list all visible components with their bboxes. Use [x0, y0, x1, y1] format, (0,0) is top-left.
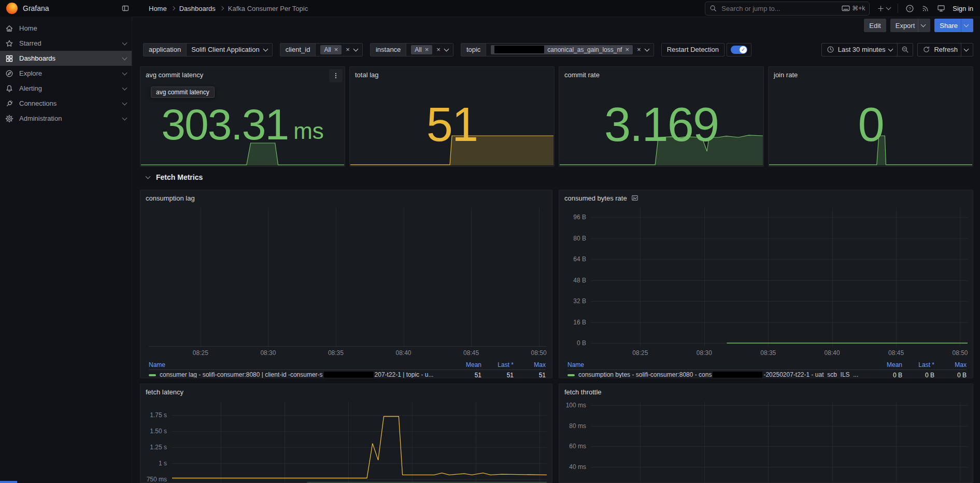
stat-value: 3.169	[604, 97, 718, 152]
legend-label: consumer lag - solifi-consumer:8080 | cl…	[160, 371, 449, 378]
chevron-down-icon	[122, 100, 127, 105]
grafana-logo-icon[interactable]	[6, 3, 18, 14]
value-chip[interactable]: canonical_as_gain_loss_nf ×	[491, 45, 633, 54]
legend-header[interactable]: Last *	[902, 361, 934, 368]
redacted-text	[713, 372, 762, 378]
sign-in-button[interactable]: Sign in	[953, 5, 973, 12]
zoom-out-time-button[interactable]	[898, 43, 913, 56]
breadcrumb-separator-icon	[171, 6, 175, 10]
search-icon	[709, 5, 717, 12]
legend-header[interactable]: Mean	[870, 361, 902, 368]
y-axis-label: 100 ms	[559, 402, 586, 409]
sidebar-item-alerting[interactable]: Alerting	[0, 81, 132, 96]
clear-icon[interactable]: ×	[436, 46, 441, 53]
help-icon[interactable]: ?	[905, 4, 914, 13]
panel-links-icon[interactable]	[631, 194, 638, 202]
filter-label: topic	[461, 44, 486, 56]
legend-header[interactable]: Mean	[449, 361, 481, 368]
time-controls: Last 30 minutes Refresh	[821, 43, 973, 56]
remove-icon[interactable]: ×	[425, 46, 429, 53]
sidebar-item-label: Alerting	[19, 84, 117, 92]
sidebar-item-starred[interactable]: Starred	[0, 36, 132, 51]
panel-commit-rate: commit rate 3.169	[559, 66, 764, 167]
share-button[interactable]: Share	[934, 19, 973, 32]
y-axis-label: 32 B	[559, 297, 586, 305]
sidebar-nav: HomeStarredDashboardsExploreAlertingConn…	[0, 17, 132, 483]
add-new-button[interactable]	[877, 5, 890, 12]
client-id-select[interactable]: All× ×	[316, 44, 362, 56]
search-input[interactable]	[720, 4, 838, 13]
legend-header[interactable]: Last *	[481, 361, 514, 368]
refresh-icon	[922, 46, 930, 53]
filter-client-id: client_id All× ×	[280, 43, 363, 56]
legend-header[interactable]: Name	[567, 361, 870, 368]
nav-divider	[898, 4, 898, 13]
legend-header[interactable]: Name	[149, 361, 449, 368]
panel-title[interactable]: join rate	[774, 71, 798, 79]
panel-title[interactable]: fetch throttle	[564, 388, 602, 396]
panel-title[interactable]: total lag	[355, 71, 379, 79]
value-chip[interactable]: All×	[320, 45, 342, 54]
panel-join-rate: join rate 0	[768, 66, 973, 167]
application-select[interactable]: Solifi Client Application	[187, 44, 272, 56]
x-axis-label: 08:35	[752, 349, 784, 357]
breadcrumb-home[interactable]: Home	[149, 5, 167, 12]
y-axis-label: 96 B	[559, 214, 586, 221]
sidebar-item-home[interactable]: Home	[0, 21, 132, 36]
panel-title[interactable]: avg commit latency	[146, 71, 203, 79]
legend-row[interactable]: consumer lag - solifi-consumer:8080 | cl…	[149, 370, 546, 378]
sidebar-item-label: Explore	[19, 69, 117, 77]
clear-icon[interactable]: ×	[637, 46, 641, 53]
y-axis-label: 60 ms	[559, 443, 586, 450]
news-rss-icon[interactable]	[921, 4, 930, 12]
x-axis-label: 08:40	[388, 349, 419, 357]
export-button[interactable]: Export	[890, 19, 931, 32]
clear-icon[interactable]: ×	[346, 46, 350, 53]
sidebar-item-dashboards[interactable]: Dashboards	[0, 51, 132, 66]
scroll-indicator[interactable]	[0, 481, 17, 483]
legend-row[interactable]: consumption bytes - solifi-consumer:8080…	[567, 370, 967, 378]
chevron-down-icon[interactable]	[921, 22, 926, 27]
y-axis-label: 1.50 s	[140, 428, 167, 435]
chevron-down-icon[interactable]	[964, 46, 969, 51]
keyboard-icon	[842, 5, 850, 11]
panel-fetch-latency: fetch latency 1.75 s1.50 s1.25 s1 s750 m…	[140, 383, 552, 483]
x-axis-label: 08:45	[456, 349, 487, 357]
sidebar-item-label: Administration	[19, 115, 117, 122]
search-box[interactable]: ⌘+k	[705, 2, 870, 16]
value-chip[interactable]: All×	[411, 45, 432, 54]
sidebar-item-explore[interactable]: Explore	[0, 66, 132, 81]
y-axis-label: 1.25 s	[140, 444, 167, 451]
panel-title[interactable]: fetch latency	[146, 388, 183, 396]
chevron-down-icon[interactable]	[964, 22, 969, 27]
remove-icon[interactable]: ×	[625, 46, 629, 53]
sidebar-item-connections[interactable]: Connections	[0, 96, 132, 111]
row-fetch-metrics[interactable]: Fetch Metrics	[146, 173, 203, 181]
panel-title[interactable]: commit rate	[564, 71, 600, 79]
y-axis-label: 80 ms	[559, 422, 586, 430]
remove-icon[interactable]: ×	[334, 46, 338, 53]
keyboard-shortcut: ⌘+k	[842, 5, 865, 12]
chevron-down-icon	[122, 85, 127, 90]
legend-header[interactable]: Max	[514, 361, 546, 368]
breadcrumb-dashboards[interactable]: Dashboards	[179, 5, 216, 12]
dock-menu-icon[interactable]	[120, 3, 131, 14]
time-range-picker[interactable]: Last 30 minutes	[821, 43, 898, 56]
stat-unit: ms	[293, 118, 324, 144]
chevron-down-icon	[122, 70, 127, 75]
x-axis-label: 08:30	[689, 349, 720, 357]
instance-select[interactable]: All× ×	[406, 44, 453, 56]
magnifier-minus-icon	[901, 46, 909, 53]
chevron-down-icon	[122, 40, 127, 45]
sidebar-item-administration[interactable]: Administration	[0, 111, 132, 126]
edit-button[interactable]: Edit	[864, 19, 886, 32]
restart-detection-toggle[interactable]: ✓	[731, 46, 747, 54]
panel-title[interactable]: consumed bytes rate	[564, 194, 627, 202]
panel-title[interactable]: consumption lag	[146, 194, 195, 202]
legend-header[interactable]: Max	[934, 361, 967, 368]
legend-label: consumption bytes - solifi-consumer:8080…	[578, 371, 870, 378]
display-icon[interactable]	[937, 4, 945, 12]
panel-menu-icon[interactable]	[329, 69, 343, 82]
topic-select[interactable]: canonical_as_gain_loss_nf × ×	[486, 44, 653, 56]
refresh-button[interactable]: Refresh	[917, 43, 973, 56]
